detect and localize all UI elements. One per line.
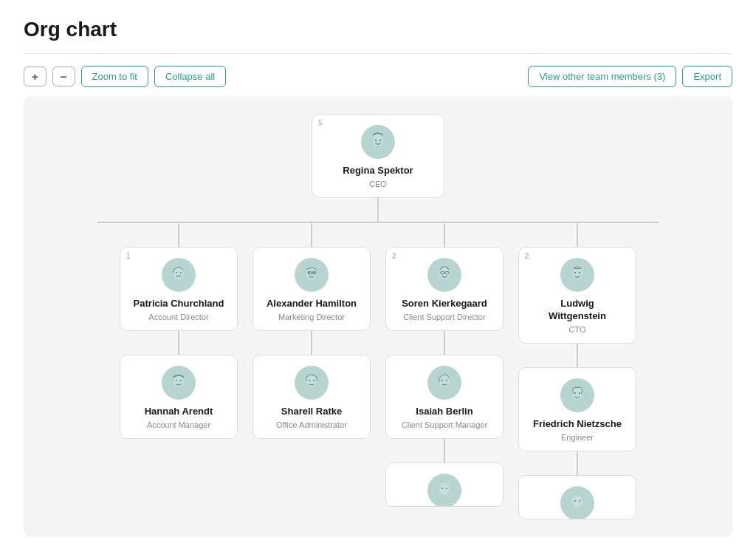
- svg-point-3: [379, 140, 381, 141]
- svg-point-38: [446, 488, 447, 489]
- col-patricia: 1 Patricia Ch: [120, 223, 238, 439]
- isaiah-name: Isaiah Berlin: [398, 406, 491, 418]
- svg-point-45: [574, 392, 576, 394]
- soren-title: Client Support Director: [398, 313, 491, 321]
- patricia-avatar: [162, 258, 196, 292]
- svg-point-22: [309, 380, 310, 381]
- alexander-title: Marketing Director: [265, 313, 358, 321]
- ludwig-title: CTO: [531, 325, 624, 334]
- svg-point-41: [574, 272, 576, 273]
- card-patricia[interactable]: 1 Patricia Ch: [120, 247, 238, 331]
- ludwig-badge: 2: [525, 252, 529, 260]
- svg-point-44: [572, 388, 583, 400]
- page-title: Org chart: [24, 18, 732, 41]
- svg-point-23: [313, 380, 315, 381]
- branch-friedrich-connector: [577, 344, 578, 367]
- patricia-badge: 1: [126, 252, 131, 260]
- isaiah-title: Client Support Manager: [398, 420, 491, 429]
- patricia-name: Patricia Churchland: [132, 298, 225, 310]
- toolbar-left: + − Zoom to fit Collapse all: [24, 66, 522, 87]
- ceo-title: CEO: [324, 180, 432, 188]
- org-tree: 5 Regina Spektor: [35, 114, 721, 519]
- ludwig-avatar: [560, 258, 594, 292]
- branch-alexander: [311, 223, 312, 247]
- card-friedrich[interactable]: Friedrich Nietzsche Engineer: [518, 367, 636, 451]
- collapse-all-button[interactable]: Collapse all: [154, 66, 226, 87]
- card-friedrich-sub-partial[interactable]: [518, 475, 636, 519]
- view-other-members-button[interactable]: View other team members (3): [528, 66, 676, 87]
- svg-point-6: [176, 272, 177, 273]
- card-alexander[interactable]: Alexander Hamilton Marketing Director: [252, 247, 371, 331]
- svg-point-11: [176, 380, 177, 381]
- card-hannah[interactable]: Hannah Arendt Account Manager: [120, 355, 238, 439]
- svg-point-15: [309, 272, 311, 274]
- svg-point-12: [180, 380, 182, 381]
- zoom-to-fit-button[interactable]: Zoom to fit: [81, 66, 148, 87]
- ceo-name: Regina Spektor: [324, 165, 432, 177]
- divider: [24, 53, 732, 54]
- toolbar-right: View other team members (3) Export: [528, 66, 732, 87]
- card-ludwig[interactable]: 2 Ludwig Witt: [518, 247, 636, 344]
- hannah-title: Account Manager: [132, 420, 225, 429]
- sharell-avatar: [295, 366, 329, 400]
- branch-patricia: [178, 223, 179, 247]
- export-button[interactable]: Export: [682, 66, 732, 87]
- isaiah-sub-avatar: [427, 474, 461, 507]
- friedrich-title: Engineer: [531, 433, 624, 442]
- alexander-avatar: [295, 258, 329, 292]
- svg-point-37: [441, 488, 443, 489]
- hannah-avatar: [162, 366, 196, 400]
- friedrich-sub-avatar: [560, 486, 594, 519]
- ceo-avatar: [361, 125, 395, 159]
- svg-point-33: [441, 380, 443, 381]
- svg-point-32: [439, 375, 450, 387]
- svg-point-10: [173, 375, 184, 387]
- patricia-title: Account Director: [132, 313, 225, 321]
- friedrich-name: Friedrich Nietzsche: [531, 418, 624, 431]
- branch-friedrich-sub: [577, 451, 578, 475]
- isaiah-avatar: [427, 366, 461, 400]
- ceo-badge: 5: [318, 119, 323, 127]
- card-isaiah[interactable]: Isaiah Berlin Client Support Manager: [385, 355, 504, 439]
- svg-point-2: [375, 140, 377, 141]
- ceo-level: 5 Regina Spektor: [312, 114, 444, 198]
- svg-point-16: [313, 272, 315, 274]
- sharell-title: Office Administrator: [265, 420, 358, 429]
- branch-sharell-connector: [311, 331, 312, 355]
- svg-point-21: [306, 375, 317, 387]
- branch-isaiah-connector: [444, 331, 445, 355]
- page-container: Org chart + − Zoom to fit Collapse all V…: [0, 0, 756, 546]
- svg-point-50: [579, 499, 580, 501]
- svg-point-46: [579, 392, 580, 394]
- zoom-out-button[interactable]: −: [52, 66, 75, 86]
- col-soren: 2: [385, 223, 504, 507]
- friedrich-avatar: [560, 378, 594, 412]
- card-soren[interactable]: 2: [385, 247, 504, 331]
- svg-point-36: [439, 483, 450, 495]
- h-connector: [97, 222, 659, 223]
- branch-isaiah-sub: [444, 439, 445, 463]
- soren-name: Soren Kierkegaard: [398, 298, 491, 310]
- ceo-connector-down: [377, 198, 379, 222]
- sharell-name: Sharell Ratke: [265, 406, 358, 418]
- svg-point-49: [574, 499, 576, 501]
- card-ceo[interactable]: 5 Regina Spektor: [312, 114, 444, 198]
- svg-point-7: [180, 272, 182, 273]
- branch-soren: [444, 223, 445, 247]
- card-isaiah-sub-partial[interactable]: [385, 463, 504, 507]
- l2-row: 1 Patricia Ch: [97, 223, 659, 519]
- svg-point-34: [446, 380, 447, 381]
- toolbar: + − Zoom to fit Collapse all View other …: [24, 66, 732, 87]
- ludwig-name: Ludwig Wittgenstein: [531, 298, 624, 323]
- soren-avatar: [427, 258, 461, 292]
- chart-area: 5 Regina Spektor: [24, 96, 732, 537]
- svg-point-48: [572, 496, 583, 508]
- zoom-in-button[interactable]: +: [24, 66, 47, 86]
- soren-badge: 2: [392, 252, 396, 260]
- branch-patricia-down: [178, 331, 179, 355]
- card-sharell[interactable]: Sharell Ratke Office Administrator: [252, 355, 371, 439]
- svg-point-42: [579, 272, 580, 273]
- branch-ludwig: [577, 223, 578, 247]
- col-alexander: Alexander Hamilton Marketing Director: [252, 223, 371, 439]
- col-ludwig: 2 Ludwig Witt: [518, 223, 636, 519]
